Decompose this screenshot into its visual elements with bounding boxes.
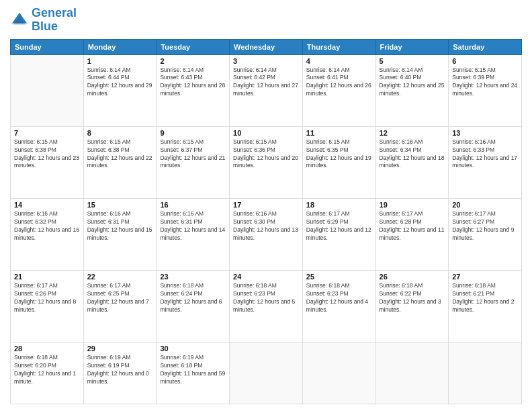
day-header-monday: Monday bbox=[83, 39, 157, 54]
calendar-cell bbox=[230, 342, 303, 404]
cell-info: Sunrise: 6:14 AMSunset: 6:40 PMDaylight:… bbox=[380, 66, 445, 99]
cell-info: Sunrise: 6:17 AMSunset: 6:28 PMDaylight:… bbox=[380, 210, 445, 242]
calendar-cell: 9Sunrise: 6:15 AMSunset: 6:37 PMDaylight… bbox=[157, 126, 230, 198]
calendar-cell: 25Sunrise: 6:18 AMSunset: 6:23 PMDayligh… bbox=[302, 271, 375, 342]
day-number: 30 bbox=[160, 345, 226, 353]
day-number: 16 bbox=[160, 201, 226, 209]
calendar-cell: 1Sunrise: 6:14 AMSunset: 6:44 PMDaylight… bbox=[83, 54, 157, 126]
day-number: 21 bbox=[14, 273, 80, 281]
header: General Blue bbox=[10, 7, 522, 34]
calendar-week-2: 7Sunrise: 6:15 AMSunset: 6:38 PMDaylight… bbox=[11, 126, 522, 198]
day-number: 10 bbox=[233, 129, 299, 137]
calendar-cell: 3Sunrise: 6:14 AMSunset: 6:42 PMDaylight… bbox=[230, 54, 303, 126]
cell-info: Sunrise: 6:14 AMSunset: 6:42 PMDaylight:… bbox=[233, 66, 299, 99]
calendar-cell: 12Sunrise: 6:16 AMSunset: 6:34 PMDayligh… bbox=[375, 126, 449, 198]
cell-info: Sunrise: 6:17 AMSunset: 6:27 PMDaylight:… bbox=[452, 210, 518, 242]
day-number: 25 bbox=[306, 273, 372, 281]
calendar-header-row: SundayMondayTuesdayWednesdayThursdayFrid… bbox=[11, 39, 522, 54]
calendar-cell: 8Sunrise: 6:15 AMSunset: 6:38 PMDaylight… bbox=[83, 126, 157, 198]
cell-info: Sunrise: 6:16 AMSunset: 6:31 PMDaylight:… bbox=[160, 210, 226, 242]
cell-info: Sunrise: 6:18 AMSunset: 6:23 PMDaylight:… bbox=[233, 282, 299, 314]
cell-info: Sunrise: 6:15 AMSunset: 6:38 PMDaylight:… bbox=[14, 138, 80, 171]
cell-info: Sunrise: 6:19 AMSunset: 6:19 PMDaylight:… bbox=[87, 354, 153, 386]
day-number: 13 bbox=[452, 129, 518, 137]
day-header-friday: Friday bbox=[375, 39, 449, 54]
cell-info: Sunrise: 6:15 AMSunset: 6:38 PMDaylight:… bbox=[87, 138, 153, 171]
calendar-week-4: 21Sunrise: 6:17 AMSunset: 6:26 PMDayligh… bbox=[11, 271, 522, 342]
cell-info: Sunrise: 6:18 AMSunset: 6:24 PMDaylight:… bbox=[160, 282, 226, 314]
day-header-tuesday: Tuesday bbox=[157, 39, 230, 54]
cell-info: Sunrise: 6:17 AMSunset: 6:25 PMDaylight:… bbox=[87, 282, 153, 314]
cell-info: Sunrise: 6:15 AMSunset: 6:35 PMDaylight:… bbox=[306, 138, 372, 171]
calendar-cell: 19Sunrise: 6:17 AMSunset: 6:28 PMDayligh… bbox=[375, 199, 449, 271]
day-number: 23 bbox=[160, 273, 226, 281]
day-number: 14 bbox=[14, 201, 80, 209]
logo-text: General Blue bbox=[32, 7, 77, 34]
cell-info: Sunrise: 6:15 AMSunset: 6:39 PMDaylight:… bbox=[452, 66, 518, 99]
calendar-cell: 26Sunrise: 6:18 AMSunset: 6:22 PMDayligh… bbox=[375, 271, 449, 342]
day-number: 17 bbox=[233, 201, 299, 209]
calendar-cell bbox=[449, 342, 522, 404]
calendar-cell: 21Sunrise: 6:17 AMSunset: 6:26 PMDayligh… bbox=[11, 271, 84, 342]
calendar-cell: 24Sunrise: 6:18 AMSunset: 6:23 PMDayligh… bbox=[230, 271, 303, 342]
cell-info: Sunrise: 6:17 AMSunset: 6:26 PMDaylight:… bbox=[14, 282, 80, 314]
calendar-cell: 22Sunrise: 6:17 AMSunset: 6:25 PMDayligh… bbox=[83, 271, 157, 342]
day-number: 4 bbox=[306, 57, 372, 65]
day-number: 28 bbox=[14, 345, 80, 353]
day-number: 6 bbox=[452, 57, 518, 65]
day-number: 5 bbox=[380, 57, 445, 65]
day-number: 18 bbox=[306, 201, 372, 209]
day-number: 22 bbox=[87, 273, 153, 281]
day-header-saturday: Saturday bbox=[449, 39, 522, 54]
calendar-cell: 10Sunrise: 6:15 AMSunset: 6:36 PMDayligh… bbox=[230, 126, 303, 198]
calendar-cell: 5Sunrise: 6:14 AMSunset: 6:40 PMDaylight… bbox=[375, 54, 449, 126]
day-number: 1 bbox=[87, 57, 153, 65]
calendar-cell: 13Sunrise: 6:16 AMSunset: 6:33 PMDayligh… bbox=[449, 126, 522, 198]
cell-info: Sunrise: 6:16 AMSunset: 6:33 PMDaylight:… bbox=[452, 138, 518, 171]
day-number: 27 bbox=[452, 273, 518, 281]
page: General Blue SundayMondayTuesdayWednesda… bbox=[0, 0, 532, 411]
cell-info: Sunrise: 6:14 AMSunset: 6:41 PMDaylight:… bbox=[306, 66, 372, 99]
day-number: 7 bbox=[14, 129, 80, 137]
calendar-cell: 14Sunrise: 6:16 AMSunset: 6:32 PMDayligh… bbox=[11, 199, 84, 271]
calendar-cell: 27Sunrise: 6:18 AMSunset: 6:21 PMDayligh… bbox=[449, 271, 522, 342]
day-number: 12 bbox=[380, 129, 445, 137]
day-header-wednesday: Wednesday bbox=[230, 39, 303, 54]
calendar-cell: 18Sunrise: 6:17 AMSunset: 6:29 PMDayligh… bbox=[302, 199, 375, 271]
day-number: 2 bbox=[160, 57, 226, 65]
cell-info: Sunrise: 6:17 AMSunset: 6:29 PMDaylight:… bbox=[306, 210, 372, 242]
cell-info: Sunrise: 6:16 AMSunset: 6:31 PMDaylight:… bbox=[87, 210, 153, 242]
calendar-cell: 2Sunrise: 6:14 AMSunset: 6:43 PMDaylight… bbox=[157, 54, 230, 126]
calendar-week-1: 1Sunrise: 6:14 AMSunset: 6:44 PMDaylight… bbox=[11, 54, 522, 126]
cell-info: Sunrise: 6:18 AMSunset: 6:22 PMDaylight:… bbox=[380, 282, 445, 314]
day-number: 19 bbox=[380, 201, 445, 209]
day-number: 3 bbox=[233, 57, 299, 65]
calendar-cell: 4Sunrise: 6:14 AMSunset: 6:41 PMDaylight… bbox=[302, 54, 375, 126]
calendar-table: SundayMondayTuesdayWednesdayThursdayFrid… bbox=[10, 39, 522, 404]
calendar-cell: 23Sunrise: 6:18 AMSunset: 6:24 PMDayligh… bbox=[157, 271, 230, 342]
cell-info: Sunrise: 6:14 AMSunset: 6:44 PMDaylight:… bbox=[87, 66, 153, 99]
calendar-cell: 15Sunrise: 6:16 AMSunset: 6:31 PMDayligh… bbox=[83, 199, 157, 271]
calendar-cell: 17Sunrise: 6:16 AMSunset: 6:30 PMDayligh… bbox=[230, 199, 303, 271]
calendar-cell: 28Sunrise: 6:18 AMSunset: 6:20 PMDayligh… bbox=[11, 342, 84, 404]
calendar-cell: 7Sunrise: 6:15 AMSunset: 6:38 PMDaylight… bbox=[11, 126, 84, 198]
calendar-cell: 16Sunrise: 6:16 AMSunset: 6:31 PMDayligh… bbox=[157, 199, 230, 271]
calendar-cell: 11Sunrise: 6:15 AMSunset: 6:35 PMDayligh… bbox=[302, 126, 375, 198]
cell-info: Sunrise: 6:14 AMSunset: 6:43 PMDaylight:… bbox=[160, 66, 226, 99]
logo: General Blue bbox=[10, 7, 77, 34]
day-header-sunday: Sunday bbox=[11, 39, 84, 54]
day-number: 15 bbox=[87, 201, 153, 209]
calendar-cell bbox=[375, 342, 449, 404]
cell-info: Sunrise: 6:18 AMSunset: 6:20 PMDaylight:… bbox=[14, 354, 80, 386]
day-header-thursday: Thursday bbox=[302, 39, 375, 54]
cell-info: Sunrise: 6:18 AMSunset: 6:21 PMDaylight:… bbox=[452, 282, 518, 314]
day-number: 9 bbox=[160, 129, 226, 137]
day-number: 11 bbox=[306, 129, 372, 137]
calendar-cell: 6Sunrise: 6:15 AMSunset: 6:39 PMDaylight… bbox=[449, 54, 522, 126]
day-number: 8 bbox=[87, 129, 153, 137]
cell-info: Sunrise: 6:15 AMSunset: 6:37 PMDaylight:… bbox=[160, 138, 226, 171]
calendar-cell: 29Sunrise: 6:19 AMSunset: 6:19 PMDayligh… bbox=[83, 342, 157, 404]
calendar-cell: 30Sunrise: 6:19 AMSunset: 6:18 PMDayligh… bbox=[157, 342, 230, 404]
calendar-week-5: 28Sunrise: 6:18 AMSunset: 6:20 PMDayligh… bbox=[11, 342, 522, 404]
cell-info: Sunrise: 6:16 AMSunset: 6:32 PMDaylight:… bbox=[14, 210, 80, 242]
